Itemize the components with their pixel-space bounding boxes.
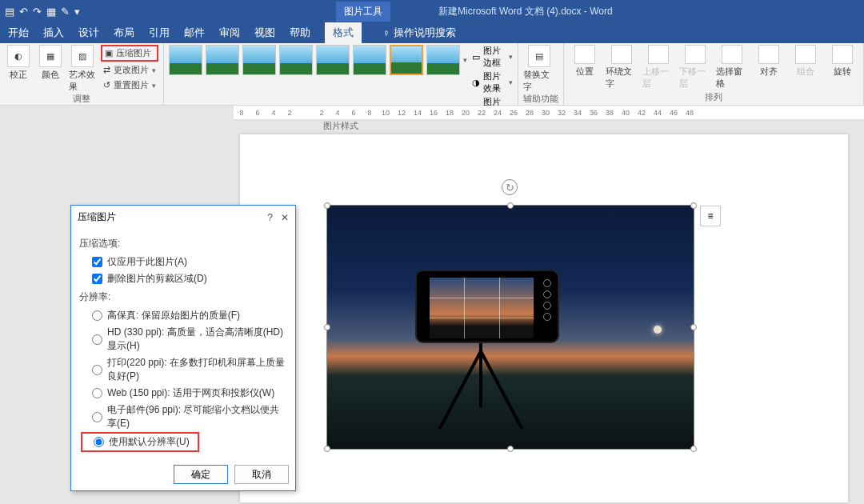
compress-icon: ▣ — [105, 48, 113, 58]
group-picture-styles: ▾ ▭图片边框▾ ◑图片效果▾ ▥图片版式▾ 图片样式 — [164, 43, 518, 105]
close-icon[interactable]: ✕ — [281, 212, 289, 223]
tell-me-search[interactable]: ♀ 操作说明搜索 — [382, 26, 456, 40]
tab-design[interactable]: 设计 — [78, 26, 99, 40]
color-button[interactable]: ▦颜色 — [37, 45, 64, 81]
change-picture-icon: ⇄ — [103, 65, 110, 75]
group-label: 调整 — [5, 93, 158, 106]
resolution-web-radio[interactable]: Web (150 ppi): 适用于网页和投影仪(W) — [79, 385, 287, 402]
resolution-print-radio[interactable]: 打印(220 ppi): 在多数打印机和屏幕上质量良好(P) — [79, 354, 287, 385]
tab-insert[interactable]: 插入 — [43, 26, 64, 40]
wrap-text-button[interactable]: 环绕文字 — [606, 45, 638, 90]
change-picture-button[interactable]: ⇄更改图片▾ — [101, 63, 158, 77]
resize-handle[interactable] — [690, 324, 697, 330]
horizontal-ruler[interactable]: 8642246810121416182022242628303234363840… — [234, 106, 864, 120]
section-label: 压缩选项: — [79, 237, 287, 250]
style-thumb[interactable] — [169, 45, 202, 75]
group-label: 辅助功能 — [523, 93, 558, 106]
resize-handle[interactable] — [690, 202, 697, 209]
resize-handle[interactable] — [690, 446, 697, 452]
corrections-button[interactable]: ◐校正 — [5, 45, 32, 81]
reset-icon: ↺ — [103, 80, 110, 90]
style-thumb[interactable] — [316, 45, 350, 75]
section-label: 分辨率: — [79, 290, 287, 304]
delete-cropped-checkbox[interactable]: 删除图片的剪裁区域(D) — [79, 270, 287, 287]
ribbon: ◐校正 ▦颜色 ▨艺术效果 ▣压缩图片 ⇄更改图片▾ ↺重置图片▾ 调整 ▾ — [0, 43, 864, 106]
tab-format[interactable]: 格式 — [325, 22, 362, 43]
redo-icon[interactable]: ↷ — [33, 6, 42, 18]
style-thumb[interactable] — [390, 45, 423, 75]
reset-picture-button[interactable]: ↺重置图片▾ — [101, 78, 158, 92]
effects-icon: ◑ — [472, 78, 480, 88]
tab-help[interactable]: 帮助 — [290, 26, 310, 40]
qat-icon[interactable]: ✎ — [61, 6, 70, 18]
tab-home[interactable]: 开始 — [8, 26, 29, 40]
style-thumb[interactable] — [206, 45, 239, 75]
dialog-title: 压缩图片 — [78, 210, 116, 224]
picture-border-button[interactable]: ▭图片边框▾ — [472, 45, 513, 69]
group-button[interactable]: 组合 — [790, 45, 822, 78]
resolution-default-radio[interactable]: 使用默认分辨率(U) — [81, 432, 199, 452]
layout-options-icon: ≡ — [707, 210, 713, 222]
layout-options-button[interactable]: ≡ — [700, 206, 721, 226]
alt-text-button[interactable]: ▤替换文字 — [523, 45, 555, 93]
qat-icon[interactable]: ▦ — [46, 6, 56, 18]
style-thumb[interactable] — [353, 45, 386, 75]
rotate-button[interactable]: 旋转 — [826, 45, 858, 78]
style-thumb[interactable] — [426, 45, 460, 75]
resolution-email-radio[interactable]: 电子邮件(96 ppi): 尽可能缩小文档以便共享(E) — [79, 402, 287, 432]
group-accessibility: ▤替换文字 辅助功能 — [518, 43, 564, 105]
border-icon: ▭ — [472, 52, 480, 62]
title-bar: ▤ ↶ ↷ ▦ ✎ ▾ 图片工具 新建Microsoft Word 文档 (4)… — [0, 0, 864, 22]
help-icon[interactable]: ? — [267, 212, 273, 223]
compress-pictures-dialog: 压缩图片 ? ✕ 压缩选项: 仅应用于此图片(A) 删除图片的剪裁区域(D) 分… — [70, 205, 296, 491]
image-content — [415, 270, 559, 343]
save-icon[interactable]: ▤ — [5, 6, 14, 18]
qat-more-icon[interactable]: ▾ — [74, 6, 80, 18]
group-label: 图片样式 — [169, 120, 513, 134]
tab-review[interactable]: 审阅 — [219, 26, 240, 40]
contextual-tab-label: 图片工具 — [336, 2, 390, 22]
document-title: 新建Microsoft Word 文档 (4).docx - Word — [438, 5, 613, 18]
align-button[interactable]: 对齐 — [753, 45, 785, 78]
resolution-hifi-radio[interactable]: 高保真: 保留原始图片的质量(F) — [79, 307, 287, 324]
lightbulb-icon: ♀ — [382, 27, 390, 39]
ok-button[interactable]: 确定 — [174, 465, 228, 484]
apply-only-checkbox[interactable]: 仅应用于此图片(A) — [79, 254, 287, 270]
resize-handle[interactable] — [324, 202, 330, 209]
group-label: 排列 — [569, 91, 858, 105]
cancel-button[interactable]: 取消 — [234, 465, 289, 484]
tab-layout[interactable]: 布局 — [114, 26, 134, 40]
resize-handle[interactable] — [507, 446, 514, 452]
tab-references[interactable]: 引用 — [149, 26, 170, 40]
compress-pictures-button[interactable]: ▣压缩图片 — [101, 45, 158, 62]
picture-effects-button[interactable]: ◑图片效果▾ — [472, 70, 513, 94]
artistic-effects-button[interactable]: ▨艺术效果 — [69, 45, 96, 93]
position-button[interactable]: 位置 — [569, 45, 601, 78]
send-backward-button[interactable]: 下移一层 — [679, 45, 711, 90]
group-arrange: 位置 环绕文字 上移一层 下移一层 选择窗格 对齐 组合 旋转 排列 — [564, 43, 864, 105]
tab-mail[interactable]: 邮件 — [184, 26, 205, 40]
tell-me-label: 操作说明搜索 — [394, 26, 456, 40]
selected-image[interactable]: ≡ — [326, 205, 694, 450]
bring-forward-button[interactable]: 上移一层 — [642, 45, 674, 90]
gallery-more-icon[interactable]: ▾ — [463, 56, 467, 64]
undo-icon[interactable]: ↶ — [19, 6, 28, 18]
picture-style-gallery[interactable]: ▾ — [169, 45, 467, 75]
style-thumb[interactable] — [279, 45, 313, 75]
style-thumb[interactable] — [242, 45, 276, 75]
resolution-hd-radio[interactable]: HD (330 ppi): 高质量，适合高清晰度(HD)显示(H) — [79, 324, 287, 354]
resize-handle[interactable] — [507, 202, 514, 209]
ribbon-tabs: 开始 插入 设计 布局 引用 邮件 审阅 视图 帮助 格式 ♀ 操作说明搜索 — [0, 22, 864, 43]
resize-handle[interactable] — [324, 446, 330, 452]
quick-access-toolbar: ▤ ↶ ↷ ▦ ✎ ▾ — [0, 6, 80, 18]
group-adjust: ◐校正 ▦颜色 ▨艺术效果 ▣压缩图片 ⇄更改图片▾ ↺重置图片▾ 调整 — [0, 43, 164, 105]
selection-pane-button[interactable]: 选择窗格 — [716, 45, 748, 90]
resize-handle[interactable] — [324, 324, 330, 330]
rotate-handle-icon[interactable]: ↻ — [502, 179, 518, 195]
tab-view[interactable]: 视图 — [254, 26, 275, 40]
